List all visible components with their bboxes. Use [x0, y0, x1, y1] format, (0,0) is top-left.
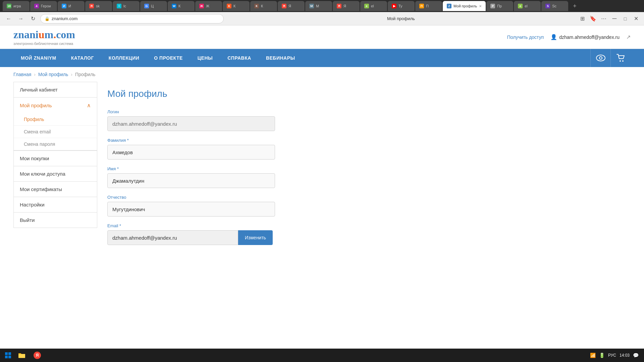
cart-icon-btn[interactable]: [610, 49, 631, 67]
browser-tab-pr[interactable]: P Пр: [486, 1, 513, 11]
login-group: Логин: [107, 109, 631, 131]
browser-tab-18[interactable]: 18 игра: [3, 1, 30, 11]
nav-about[interactable]: О ПРОЕКТЕ: [147, 49, 190, 67]
tab-label: игра: [13, 4, 21, 8]
browser-tab-k1[interactable]: К К: [223, 1, 250, 11]
logout-icon[interactable]: ↗: [626, 34, 631, 40]
surname-input[interactable]: [107, 145, 275, 160]
bookmark-icon[interactable]: 🔖: [589, 15, 597, 23]
browser-tab-web[interactable]: Ж Ж: [195, 1, 222, 11]
tab-favicon: 18: [7, 4, 11, 8]
browser-tab-p1[interactable]: П П: [415, 1, 442, 11]
sidebar-my-profile[interactable]: Мой профиль ∧: [13, 97, 97, 114]
browser-tab-el2[interactable]: e el: [514, 1, 541, 11]
browser-tab-w[interactable]: W К: [168, 1, 195, 11]
taskbar-yandex-browser[interactable]: Я: [30, 350, 44, 361]
sidebar: Личный кабинет Мой профиль ∧ Профиль Сме…: [13, 82, 97, 258]
surname-label: Фамилия *: [107, 138, 631, 143]
forward-button[interactable]: →: [16, 14, 25, 23]
breadcrumb-my-profile[interactable]: Мой профиль: [38, 72, 68, 77]
header-right: Получить доступ 👤 dzham.ahmedoff@yandex.…: [507, 34, 631, 40]
svg-point-1: [599, 57, 602, 59]
taskbar-file-explorer[interactable]: [15, 350, 29, 361]
cart-icon: [616, 54, 625, 62]
close-window-icon[interactable]: ✕: [632, 15, 640, 23]
breadcrumb-home[interactable]: Главная: [13, 72, 31, 77]
minimize-icon[interactable]: ─: [610, 15, 619, 23]
sidebar-my-access-keys[interactable]: Мои ключи доступа: [13, 166, 97, 182]
sidebar-my-certificates[interactable]: Мои сертификаты: [13, 181, 97, 197]
change-email-button[interactable]: Изменить: [238, 230, 273, 245]
nav-help[interactable]: СПРАВКА: [220, 49, 259, 67]
browser-tab-m[interactable]: М М: [305, 1, 332, 11]
browser-tab-z-active[interactable]: Z Мой профиль ✕: [443, 1, 486, 11]
address-bar[interactable]: 🔒 znanium.com: [40, 14, 224, 23]
browser-tab-sk[interactable]: Я sk: [85, 1, 112, 11]
browser-tab-tu[interactable]: ▶ Ту: [388, 1, 415, 11]
tab-favicon: 4: [34, 4, 39, 8]
user-email-display: 👤 dzham.ahmedoff@yandex.ru: [550, 34, 620, 40]
sidebar-my-purchases[interactable]: Мои покупки: [13, 150, 97, 166]
reload-button[interactable]: ↻: [28, 14, 38, 23]
sidebar-change-password[interactable]: Смена пароля: [14, 138, 97, 150]
browser-tab-g[interactable]: G Ц: [140, 1, 167, 11]
menu-icon[interactable]: ⋯: [600, 15, 608, 23]
lang-indicator[interactable]: РУС: [608, 353, 616, 358]
back-button[interactable]: ←: [4, 14, 13, 23]
sidebar-personal-cabinet[interactable]: Личный кабинет: [13, 82, 97, 98]
logo[interactable]: znanium.com электронно-библиотечная сист…: [13, 28, 75, 46]
logo-znaniym: znani: [13, 28, 39, 41]
sidebar-settings[interactable]: Настройки: [13, 197, 97, 213]
tab-label: П: [426, 4, 429, 8]
login-input[interactable]: [107, 116, 275, 131]
sidebar-chevron-up-icon: ∧: [87, 102, 91, 109]
site-header: znanium.com электронно-библиотечная сист…: [0, 25, 644, 49]
tab-label-active: Мой профиль: [453, 4, 477, 8]
main-nav: МОЙ ZNANIYM КАТАЛОГ КОЛЛЕКЦИИ О ПРОЕКТЕ …: [0, 49, 644, 67]
name-label: Имя *: [107, 166, 631, 171]
logo-subtitle: электронно-библиотечная система: [13, 42, 75, 46]
nav-catalog[interactable]: КАТАЛОГ: [64, 49, 101, 67]
tab-close-button[interactable]: ✕: [479, 4, 482, 8]
browser-tab-yandex1[interactable]: Я Я: [278, 1, 305, 11]
browser-tab-lc[interactable]: l lc: [113, 1, 140, 11]
patronymic-input[interactable]: [107, 202, 275, 217]
form-area: Мой профиль Логин Фамилия * Имя * Отчест…: [107, 82, 631, 258]
nav-my-znaniym[interactable]: МОЙ ZNANIYM: [13, 49, 64, 67]
nav-webinars[interactable]: ВЕБИНАРЫ: [259, 49, 303, 67]
email-input[interactable]: [107, 230, 238, 245]
eye-icon: [596, 55, 605, 61]
url-text: znanium.com: [52, 16, 77, 21]
clock: 14:03: [620, 353, 630, 358]
browser-tab-k2[interactable]: К К: [250, 1, 277, 11]
browser-tab-geroi[interactable]: 4 Герои: [30, 1, 57, 11]
tab-label: lc: [123, 4, 126, 8]
breadcrumb-sep-1: ›: [34, 72, 36, 77]
svg-point-2: [620, 60, 621, 62]
nav-collections[interactable]: КОЛЛЕКЦИИ: [101, 49, 147, 67]
svg-rect-7: [8, 356, 11, 358]
sidebar-change-email[interactable]: Смена email: [14, 126, 97, 138]
name-input[interactable]: [107, 173, 275, 188]
sidebar-profile-link[interactable]: Профиль: [14, 113, 97, 126]
start-button[interactable]: [3, 350, 13, 361]
sidebar-logout[interactable]: Выйти: [13, 212, 97, 228]
svg-rect-4: [5, 352, 8, 355]
notification-icon[interactable]: 💬: [633, 353, 639, 358]
browser-tab-sc[interactable]: S Sc: [541, 1, 568, 11]
eye-icon-btn[interactable]: [590, 49, 610, 67]
new-tab-button[interactable]: +: [569, 1, 580, 11]
browser-tabs-bar: 18 игра 4 Герои И И Я sk l lc G Ц W К Ж …: [0, 0, 644, 12]
extensions-icon[interactable]: ⊞: [578, 15, 586, 23]
tab-label: М: [316, 4, 319, 8]
new-tab-icon: +: [573, 3, 577, 10]
browser-tab-and[interactable]: И И: [58, 1, 85, 11]
maximize-icon[interactable]: □: [621, 15, 629, 23]
nav-prices[interactable]: ЦЕНЫ: [190, 49, 220, 67]
browser-tab-el1[interactable]: e el: [360, 1, 387, 11]
page-title-display: Мой профиль: [226, 16, 576, 21]
browser-tab-yandex2[interactable]: Я Я: [333, 1, 360, 11]
get-access-link[interactable]: Получить доступ: [507, 35, 544, 40]
breadcrumb-sep-2: ›: [71, 72, 72, 77]
tab-label: К: [261, 4, 263, 8]
